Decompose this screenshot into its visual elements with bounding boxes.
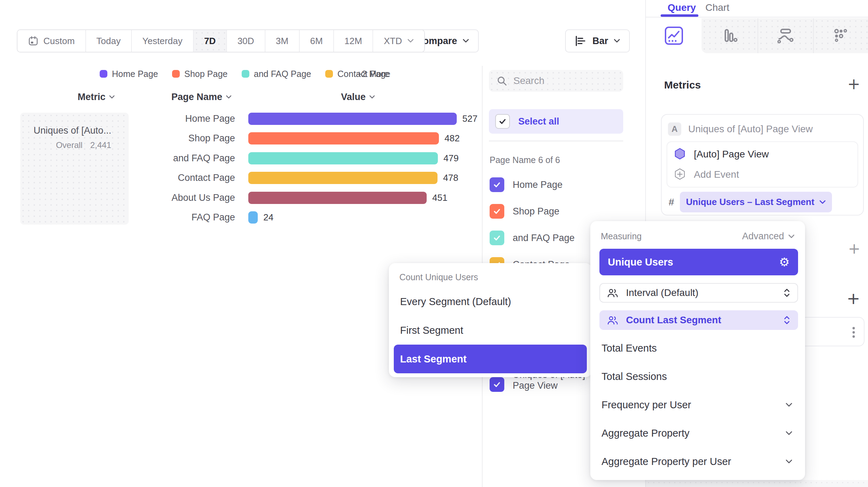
- segment-option[interactable]: Every Segment (Default): [394, 287, 587, 316]
- select-all-checkbox[interactable]: [495, 114, 510, 129]
- add-filter-plus-icon[interactable]: +: [848, 241, 860, 256]
- measuring-option[interactable]: Total Events: [590, 334, 805, 362]
- segment-label: and FAQ Page: [513, 233, 575, 244]
- legend-swatch: [325, 70, 333, 78]
- measuring-popover: Measuring Advanced Unique Users ⚙ Interv…: [590, 221, 805, 480]
- bar[interactable]: [248, 132, 439, 144]
- event-row[interactable]: [Auto] Page View: [667, 144, 858, 164]
- bar-value-label: 451: [432, 192, 447, 203]
- chart-type-label: Bar: [592, 36, 608, 47]
- segment-checkbox-row[interactable]: and FAQ Page: [490, 231, 575, 245]
- metric-definition-card: A Uniques of [Auto] Page View [Auto] Pag…: [661, 114, 864, 216]
- bar-value-label: 527: [462, 113, 477, 124]
- tab-insights[interactable]: [646, 18, 702, 53]
- checkbox-checked-icon[interactable]: [490, 231, 504, 245]
- bar[interactable]: [248, 172, 437, 184]
- chevron-down-icon: [369, 95, 375, 99]
- tab-retention[interactable]: [813, 18, 868, 53]
- legend-label: and FAQ Page: [254, 69, 311, 79]
- date-range-button[interactable]: XTD: [373, 30, 424, 52]
- tab-flows[interactable]: [757, 18, 813, 53]
- segment-label: Shop Page: [513, 206, 560, 217]
- date-range-button[interactable]: Custom: [17, 30, 86, 52]
- column-header-value[interactable]: Value: [341, 92, 375, 103]
- legend-label: Shop Page: [184, 69, 228, 79]
- metric-row-a: A Uniques of [Auto] Page View: [662, 115, 863, 136]
- metric-badge-a: A: [668, 122, 681, 136]
- bar-chart: Home Page 527 Shop Page 482 and FAQ Page…: [0, 109, 477, 227]
- bar[interactable]: [248, 192, 427, 204]
- measuring-option-label: Total Events: [602, 343, 657, 354]
- tab-query[interactable]: Query: [668, 2, 696, 13]
- search-input[interactable]: [513, 75, 611, 86]
- bar-category-label: Shop Page: [0, 133, 235, 144]
- bar[interactable]: [248, 211, 258, 224]
- measuring-option-label: Frequency per User: [602, 399, 691, 411]
- date-range-button[interactable]: 30D: [227, 30, 265, 52]
- column-header-page-name[interactable]: Page Name: [171, 92, 232, 103]
- date-range-button[interactable]: 6M: [300, 30, 334, 52]
- checkbox-checked-icon[interactable]: [490, 177, 504, 192]
- popover-title: Count Unique Users: [389, 263, 592, 282]
- select-all-row[interactable]: Select all: [489, 109, 623, 134]
- measuring-option[interactable]: Aggregate Property: [590, 419, 805, 447]
- column-header-metric[interactable]: Metric: [78, 92, 115, 103]
- panel-bottom-strip: [646, 480, 868, 487]
- event-card: [Auto] Page View Add Event: [667, 141, 858, 188]
- chevron-down-icon: [785, 403, 792, 407]
- segment-option[interactable]: First Segment: [394, 316, 587, 345]
- report-type-tabs: [646, 18, 868, 53]
- bar[interactable]: [248, 113, 457, 125]
- tab-funnels[interactable]: [702, 18, 757, 53]
- bar[interactable]: [248, 152, 438, 164]
- legend-item[interactable]: and FAQ Page: [242, 69, 311, 79]
- advanced-label: Advanced: [742, 231, 784, 242]
- advanced-dropdown[interactable]: Advanced: [742, 231, 795, 242]
- insights-line-chart-icon: [664, 26, 684, 45]
- flows-icon: [776, 26, 795, 45]
- search-icon: [497, 76, 507, 86]
- date-range-button[interactable]: 3M: [265, 30, 300, 52]
- legend-swatch: [172, 70, 180, 78]
- measuring-option[interactable]: Frequency per User: [590, 391, 805, 419]
- segment-option[interactable]: Last Segment: [394, 345, 587, 373]
- segment-checkbox-row[interactable]: Shop Page: [490, 204, 575, 219]
- search-box[interactable]: [489, 70, 623, 92]
- date-range-button[interactable]: 12M: [334, 30, 373, 52]
- add-event-label: Add Event: [694, 169, 739, 180]
- measuring-control-row[interactable]: Interval (Default): [599, 283, 798, 303]
- add-metric-plus-icon[interactable]: +: [847, 76, 860, 92]
- segment-option-list: Every Segment (Default) First Segment La…: [389, 287, 592, 373]
- checkbox-checked-icon[interactable]: [490, 377, 504, 392]
- chart-type-select[interactable]: Bar: [565, 29, 630, 52]
- date-range-button[interactable]: 7D: [194, 30, 227, 52]
- segment-checkbox-row[interactable]: Home Page: [490, 177, 575, 192]
- measuring-option[interactable]: Aggregate Property per User: [590, 447, 805, 476]
- add-event-row[interactable]: Add Event: [667, 164, 858, 185]
- checkbox-checked-icon[interactable]: [490, 204, 504, 219]
- add-breakdown-plus-icon[interactable]: +: [847, 290, 860, 306]
- bar-category-label: Contact Page: [0, 172, 235, 183]
- kebab-menu-icon[interactable]: [852, 326, 855, 338]
- measuring-option-unique-users[interactable]: Unique Users ⚙: [599, 249, 798, 275]
- date-range-button[interactable]: Yesterday: [132, 30, 194, 52]
- legend-item[interactable]: Shop Page: [172, 69, 228, 79]
- tab-chart[interactable]: Chart: [705, 2, 729, 13]
- bar-chart-row: Contact Page 478: [0, 168, 477, 188]
- users-icon: [607, 288, 618, 298]
- date-range-button[interactable]: Today: [86, 30, 132, 52]
- chevron-down-icon: [819, 200, 826, 204]
- gear-icon[interactable]: ⚙: [779, 255, 790, 269]
- measuring-controls: Interval (Default) Count Last Segment: [590, 283, 805, 330]
- measurement-pill[interactable]: Unique Users – Last Segment: [680, 192, 832, 212]
- legend-more[interactable]: +2 More: [357, 69, 389, 79]
- measuring-option-label: Total Sessions: [602, 371, 667, 382]
- legend-label: Home Page: [112, 69, 158, 79]
- legend-item[interactable]: Home Page: [100, 69, 158, 79]
- bar-category-label: FAQ Page: [0, 212, 235, 223]
- measuring-control-row[interactable]: Count Last Segment: [599, 310, 798, 330]
- metrics-section-title: Metrics: [664, 79, 701, 91]
- date-range-label: Custom: [43, 36, 75, 47]
- measuring-option[interactable]: Total Sessions: [590, 362, 805, 391]
- date-range-label: 7D: [204, 36, 216, 47]
